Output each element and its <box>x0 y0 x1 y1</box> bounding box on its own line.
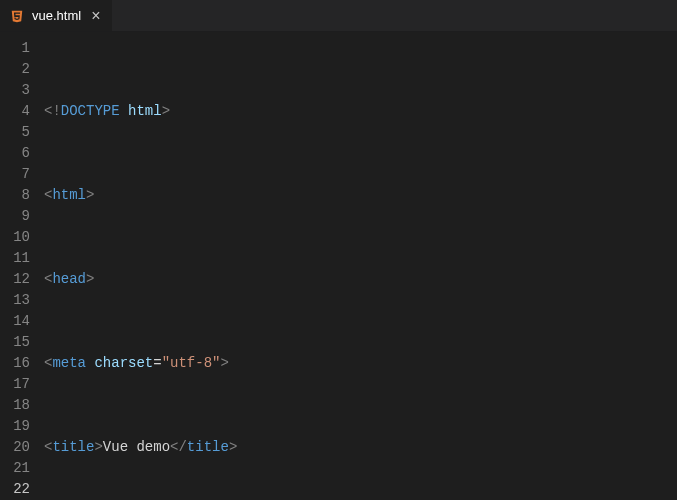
line-number: 19 <box>0 416 30 437</box>
close-icon[interactable]: × <box>89 8 102 24</box>
line-number: 6 <box>0 143 30 164</box>
line-number: 15 <box>0 332 30 353</box>
tab-bar: vue.html × <box>0 0 677 32</box>
line-number: 20 <box>0 437 30 458</box>
code-line: <head> <box>44 269 677 290</box>
line-number: 11 <box>0 248 30 269</box>
tab-vuehtml[interactable]: vue.html × <box>0 0 112 31</box>
code-line: <title>Vue demo</title> <box>44 437 677 458</box>
tab-filename: vue.html <box>32 8 81 23</box>
line-number: 4 <box>0 101 30 122</box>
line-number: 7 <box>0 164 30 185</box>
line-number: 5 <box>0 122 30 143</box>
line-number: 17 <box>0 374 30 395</box>
line-number-gutter: 12345678910111213141516171819202122 <box>0 32 44 500</box>
code-line: <meta charset="utf-8"> <box>44 353 677 374</box>
line-number: 3 <box>0 80 30 101</box>
line-number: 22 <box>0 479 30 500</box>
line-number: 21 <box>0 458 30 479</box>
code-line: <!DOCTYPE html> <box>44 101 677 122</box>
line-number: 2 <box>0 59 30 80</box>
line-number: 14 <box>0 311 30 332</box>
line-number: 16 <box>0 353 30 374</box>
code-editor[interactable]: 12345678910111213141516171819202122 <!DO… <box>0 32 677 500</box>
line-number: 12 <box>0 269 30 290</box>
line-number: 18 <box>0 395 30 416</box>
code-line: <html> <box>44 185 677 206</box>
line-number: 9 <box>0 206 30 227</box>
line-number: 8 <box>0 185 30 206</box>
line-number: 13 <box>0 290 30 311</box>
code-area[interactable]: <!DOCTYPE html> <html> <head> <meta char… <box>44 32 677 500</box>
line-number: 1 <box>0 38 30 59</box>
html-file-icon <box>10 9 24 23</box>
line-number: 10 <box>0 227 30 248</box>
